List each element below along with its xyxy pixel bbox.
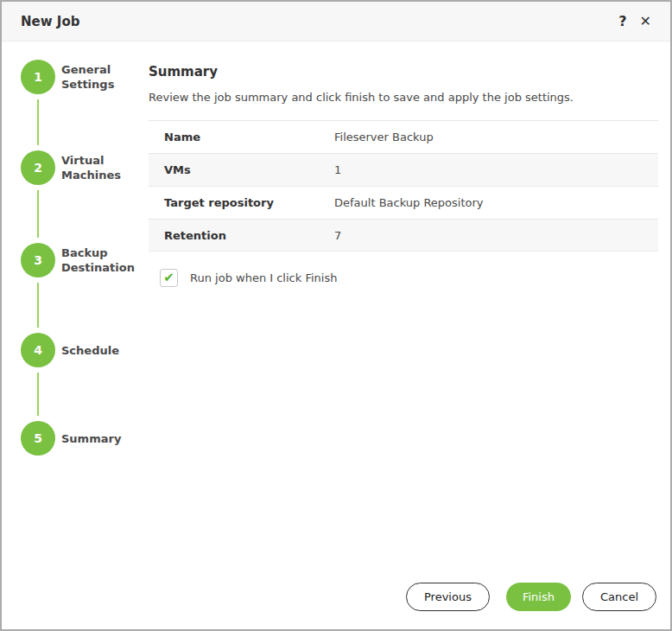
footer-buttons: Previous Finish Cancel: [406, 583, 656, 611]
run-job-checkbox-row[interactable]: ✔ Run job when I click Finish: [160, 269, 337, 287]
page-description: Review the job summary and click finish …: [149, 91, 574, 104]
run-job-checkbox-label: Run job when I click Finish: [190, 271, 337, 284]
page-title: Summary: [149, 64, 218, 80]
row-value: Default Backup Repository: [334, 196, 484, 209]
finish-button[interactable]: Finish: [506, 583, 571, 611]
row-label: Target repository: [149, 196, 334, 209]
step-label: Summary: [61, 431, 141, 446]
table-row-vms: VMs 1: [149, 153, 658, 186]
row-value: 7: [334, 229, 341, 242]
checkmark-icon: ✔: [163, 271, 174, 284]
step-number-badge[interactable]: 5: [21, 421, 55, 456]
help-icon[interactable]: ?: [618, 15, 626, 29]
titlebar: New Job ? ✕: [2, 2, 670, 41]
step-number-badge[interactable]: 4: [21, 333, 55, 367]
step-label: Backup Destination: [61, 245, 141, 275]
step-backup-destination[interactable]: 3 Backup Destination: [21, 243, 141, 277]
close-icon[interactable]: ✕: [640, 15, 651, 29]
previous-button[interactable]: Previous: [406, 583, 490, 611]
step-label: Virtual Machines: [61, 153, 141, 182]
step-number-badge[interactable]: 2: [21, 150, 55, 185]
cancel-button[interactable]: Cancel: [582, 583, 656, 611]
step-label: General Settings: [61, 62, 141, 92]
step-connector-line: [37, 283, 39, 328]
row-value: 1: [334, 163, 341, 176]
table-row-retention: Retention 7: [149, 219, 658, 252]
table-row-name: Name Fileserver Backup: [149, 120, 658, 153]
wizard-steps-sidebar: 1 General Settings 2 Virtual Machines 3 …: [2, 43, 144, 588]
dialog-title: New Job: [21, 14, 79, 29]
row-value: Fileserver Backup: [334, 131, 434, 143]
table-row-target-repository: Target repository Default Backup Reposit…: [149, 186, 658, 219]
row-label: Name: [149, 131, 334, 143]
row-label: Retention: [149, 229, 334, 242]
step-virtual-machines[interactable]: 2 Virtual Machines: [21, 150, 141, 185]
run-job-checkbox[interactable]: ✔: [160, 269, 178, 287]
step-connector-line: [37, 373, 39, 416]
step-number-badge[interactable]: 1: [21, 60, 55, 94]
step-number-badge[interactable]: 3: [21, 243, 55, 277]
step-label: Schedule: [61, 343, 141, 358]
step-connector-line: [37, 99, 39, 145]
titlebar-icons: ? ✕: [618, 15, 651, 29]
step-general-settings[interactable]: 1 General Settings: [21, 60, 141, 94]
step-schedule[interactable]: 4 Schedule: [21, 333, 141, 367]
step-summary[interactable]: 5 Summary: [21, 421, 141, 456]
row-label: VMs: [149, 163, 334, 176]
new-job-dialog: New Job ? ✕ 1 General Settings 2 Virtual…: [0, 0, 672, 631]
job-summary-table: Name Fileserver Backup VMs 1 Target repo…: [149, 120, 658, 252]
step-connector-line: [37, 190, 39, 238]
